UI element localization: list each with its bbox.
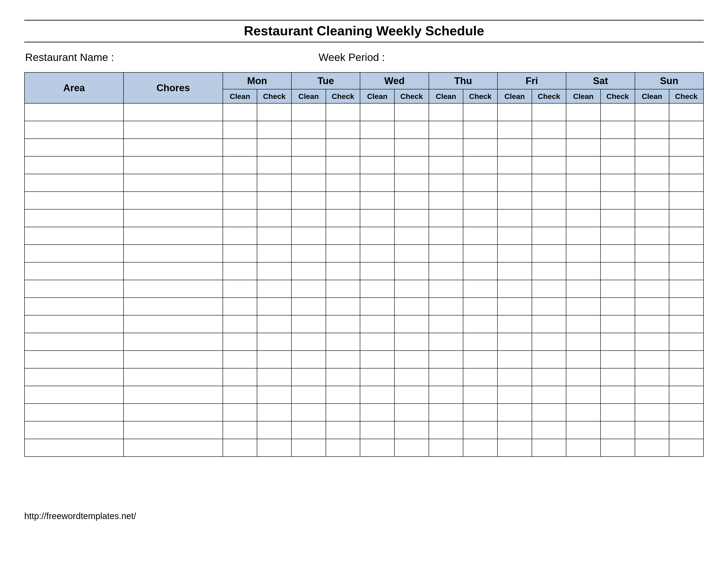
cell (429, 421, 463, 439)
cell (326, 121, 360, 139)
table-row (24, 103, 704, 121)
cell (463, 315, 497, 333)
cell (669, 139, 704, 156)
cell (566, 333, 600, 351)
cell (124, 139, 223, 156)
cell (600, 351, 635, 368)
cell (24, 421, 124, 439)
cell (635, 404, 669, 421)
cell (326, 351, 360, 368)
table-row (24, 351, 704, 368)
table-row (24, 404, 704, 421)
cell (566, 404, 600, 421)
cell (600, 244, 635, 262)
cell (532, 244, 566, 262)
cell (463, 404, 497, 421)
cell (566, 121, 600, 139)
cell (600, 121, 635, 139)
cell (463, 174, 497, 192)
cell (532, 439, 566, 457)
subheader-check: Check (463, 89, 497, 103)
cell (24, 262, 124, 280)
cell (463, 439, 497, 457)
cell (394, 333, 429, 351)
cell (360, 298, 394, 315)
cell (532, 298, 566, 315)
cell (360, 280, 394, 298)
cell (394, 421, 429, 439)
cell (223, 192, 257, 209)
cell (257, 404, 291, 421)
cell (326, 333, 360, 351)
subheader-clean: Clean (429, 89, 463, 103)
cell (291, 368, 326, 386)
cell (360, 315, 394, 333)
cell (257, 421, 291, 439)
cell (463, 227, 497, 244)
cell (360, 209, 394, 227)
cell (291, 315, 326, 333)
cell (124, 368, 223, 386)
cell (600, 156, 635, 174)
cell (429, 227, 463, 244)
cell (600, 315, 635, 333)
cell (24, 333, 124, 351)
table-head: Area Chores Mon Tue Wed Thu Fri Sat Sun … (24, 72, 704, 103)
title-rule-box: Restaurant Cleaning Weekly Schedule (24, 20, 704, 42)
cell (291, 404, 326, 421)
table-row (24, 298, 704, 315)
cell (223, 174, 257, 192)
cell (497, 368, 532, 386)
cell (532, 156, 566, 174)
cell (223, 351, 257, 368)
cell (124, 386, 223, 404)
cell (429, 439, 463, 457)
cell (463, 368, 497, 386)
cell (600, 262, 635, 280)
cell (635, 315, 669, 333)
cell (326, 192, 360, 209)
cell (326, 404, 360, 421)
cell (326, 174, 360, 192)
cell (635, 298, 669, 315)
cell (223, 404, 257, 421)
subheader-check: Check (257, 89, 291, 103)
subheader-check: Check (669, 89, 704, 103)
cell (257, 315, 291, 333)
cell (291, 227, 326, 244)
cell (600, 174, 635, 192)
cell (566, 174, 600, 192)
cell (532, 227, 566, 244)
cell (394, 192, 429, 209)
cell (429, 280, 463, 298)
cell (600, 333, 635, 351)
cell (291, 103, 326, 121)
subheader-clean: Clean (360, 89, 394, 103)
cell (326, 315, 360, 333)
cell (394, 121, 429, 139)
cell (394, 368, 429, 386)
cell (257, 280, 291, 298)
cell (291, 386, 326, 404)
cell (669, 209, 704, 227)
cell (669, 404, 704, 421)
cell (24, 156, 124, 174)
cell (600, 209, 635, 227)
cell (257, 192, 291, 209)
cell (532, 280, 566, 298)
cell (24, 174, 124, 192)
cell (497, 121, 532, 139)
cell (497, 421, 532, 439)
cell (600, 368, 635, 386)
cell (360, 139, 394, 156)
cell (463, 421, 497, 439)
cell (360, 333, 394, 351)
cell (429, 156, 463, 174)
week-period-label: Week Period : (319, 51, 704, 63)
cell (124, 174, 223, 192)
cell (326, 439, 360, 457)
cell (566, 298, 600, 315)
cell (257, 227, 291, 244)
cell (669, 298, 704, 315)
cell (394, 174, 429, 192)
